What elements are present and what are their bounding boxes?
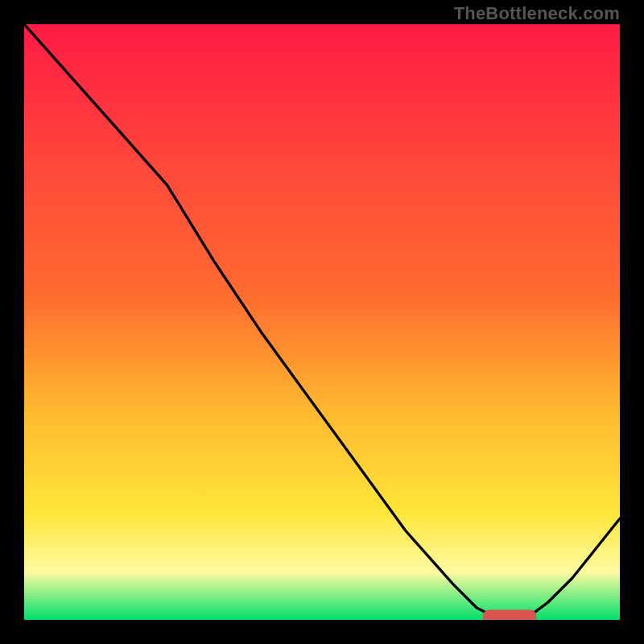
bottleneck-chart [24,24,620,620]
optimal-range-marker [483,609,537,620]
chart-frame: TheBottleneck.com [0,0,644,644]
watermark-text: TheBottleneck.com [454,3,620,24]
chart-background [24,24,620,620]
